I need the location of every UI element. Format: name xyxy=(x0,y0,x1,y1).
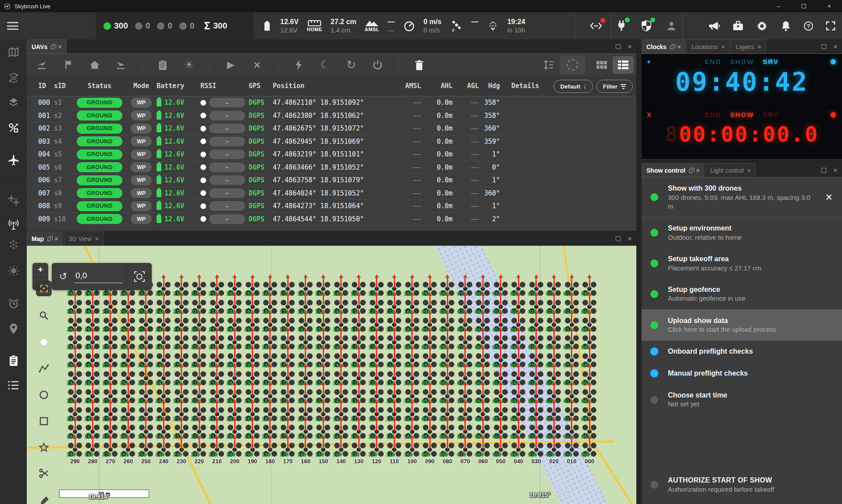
server-clock[interactable]: + END SHOW SRV 09:40:42 xyxy=(642,54,842,106)
popout-icon[interactable] xyxy=(670,46,674,49)
zoom-tool[interactable] xyxy=(36,308,52,323)
close-tab-icon[interactable]: × xyxy=(757,43,761,50)
broadcast-megaphone-button[interactable] xyxy=(708,20,720,32)
show-step[interactable]: Setup takeoff areaPlacement accuracy ≤ 2… xyxy=(642,248,842,279)
flash-lights-button[interactable]: ☀ xyxy=(183,59,195,71)
rotation-input[interactable]: 0,0 xyxy=(75,270,123,283)
point-tool[interactable] xyxy=(36,334,52,350)
cut-tool[interactable] xyxy=(36,465,52,481)
panel-maximize-icon[interactable] xyxy=(821,44,826,49)
show-clock[interactable]: X END SHOW SRV 800:00:00.0 xyxy=(642,106,842,159)
sidebar-item-uav-swarm[interactable] xyxy=(0,188,27,211)
zoom-in-button[interactable]: + xyxy=(32,263,48,277)
sidebar-item-show-configuration[interactable] xyxy=(0,117,27,139)
maximize-button[interactable] xyxy=(791,0,817,12)
tab-light-control[interactable]: Light control × xyxy=(705,163,756,177)
sidebar-item-swarm-dots[interactable] xyxy=(0,233,27,256)
close-tab-icon[interactable]: × xyxy=(58,43,62,50)
table-row[interactable]: 007s8GROUNDWP12.6V–DGPS47.4864024° 18.91… xyxy=(27,187,636,200)
server-connection-button[interactable] xyxy=(616,20,627,32)
panel-maximize-icon[interactable] xyxy=(616,236,621,241)
position-hold-flag-button[interactable] xyxy=(63,60,74,70)
rotate-ccw-icon[interactable]: ↺ xyxy=(52,271,75,282)
show-step[interactable]: Choose start timeNot set yet xyxy=(642,384,842,415)
sidebar-item-map[interactable] xyxy=(0,41,27,64)
table-row[interactable]: 000s1GROUNDWP12.6V–DGPS47.4862110° 18.91… xyxy=(27,96,636,110)
grid-view-button[interactable] xyxy=(596,60,607,69)
sort-order-icon[interactable] xyxy=(543,59,554,71)
safety-shield-button[interactable] xyxy=(640,20,653,32)
close-tab-icon[interactable]: × xyxy=(95,235,99,242)
table-row[interactable]: 004s5GROUNDWP12.6V–DGPS47.4863219° 18.91… xyxy=(27,148,636,161)
help-button[interactable]: ? xyxy=(804,21,813,31)
fit-view-button[interactable] xyxy=(127,271,152,282)
sidebar-item-clocks[interactable] xyxy=(0,292,27,315)
settings-gear-button[interactable] xyxy=(756,20,768,32)
path-tool[interactable] xyxy=(36,361,52,376)
table-row[interactable]: 003s4GROUNDWP12.6V–DGPS47.4862945° 18.91… xyxy=(27,135,636,149)
popout-icon[interactable] xyxy=(47,238,51,241)
box-select-tool[interactable] xyxy=(36,280,52,296)
tab-locations[interactable]: Locations × xyxy=(687,39,730,53)
rectangle-tool[interactable] xyxy=(36,413,52,429)
star-tool[interactable] xyxy=(36,440,52,455)
fullscreen-button[interactable] xyxy=(825,21,836,31)
sidebar-item-layers[interactable] xyxy=(0,91,27,114)
popout-icon[interactable] xyxy=(51,46,54,49)
show-step[interactable]: Setup geofenceAutomatic geofence in use xyxy=(642,279,842,309)
sort-preset-button[interactable]: Default ↓ xyxy=(553,80,593,93)
rtk-code-button[interactable] xyxy=(589,20,603,32)
user-account-button[interactable] xyxy=(666,20,677,32)
land-button[interactable] xyxy=(115,60,127,70)
table-row[interactable]: 001s2GROUNDWP12.6V–DGPS47.4862380° 18.91… xyxy=(27,110,636,123)
show-step[interactable]: Show with 300 drones300 drones, 5:03, ma… xyxy=(642,177,842,217)
show-step[interactable]: Upload show dataClick here to start the … xyxy=(642,309,842,341)
sidebar-item-checklists[interactable] xyxy=(0,349,27,372)
sidebar-item-3d-view[interactable]: 3D xyxy=(0,67,27,89)
notifications-bell-button[interactable] xyxy=(780,20,792,32)
map-viewport[interactable]: 2992982972962952942932922912902902892882… xyxy=(27,246,636,504)
popout-icon[interactable] xyxy=(689,169,692,173)
arm-motors-button[interactable] xyxy=(293,59,304,71)
authorize-start-row[interactable]: AUTHORIZE START OF SHOW Authorization re… xyxy=(642,471,842,498)
power-off-button[interactable] xyxy=(372,60,383,70)
tab-clocks[interactable]: Clocks × xyxy=(642,39,686,53)
panel-close-icon[interactable]: × xyxy=(833,167,838,174)
sidebar-item-light-control[interactable] xyxy=(0,259,27,282)
tab-show-control[interactable]: Show control × xyxy=(642,163,704,177)
start-show-button[interactable]: ▶ xyxy=(225,59,236,71)
panel-close-icon[interactable]: × xyxy=(628,235,632,242)
preflight-checklist-button[interactable] xyxy=(157,60,168,71)
table-row[interactable]: 002s3GROUNDWP12.6V–DGPS47.4862675° 18.91… xyxy=(27,122,636,135)
close-tab-icon[interactable]: × xyxy=(54,235,58,242)
menu-button[interactable] xyxy=(7,21,18,31)
remove-uav-button[interactable] xyxy=(414,60,425,71)
tab-uavs[interactable]: UAVs × xyxy=(27,39,67,53)
show-step[interactable]: Onboard preflight checks xyxy=(642,341,842,362)
minimize-button[interactable]: – xyxy=(766,0,791,12)
tab-layers[interactable]: Layers × xyxy=(731,39,766,53)
abort-button[interactable]: × xyxy=(251,58,263,72)
panel-close-icon[interactable]: × xyxy=(628,43,632,50)
table-row[interactable]: 009s10GROUNDWP12.6V–DGPS47.4864544° 18.9… xyxy=(27,213,636,226)
sidebar-item-log[interactable] xyxy=(0,374,27,397)
panel-maximize-icon[interactable] xyxy=(616,44,621,49)
table-row[interactable]: 008s9GROUNDWP12.6V–DGPS47.4864273° 18.91… xyxy=(27,200,636,213)
close-icon[interactable]: × xyxy=(825,192,836,203)
table-row[interactable]: 006s7GROUNDWP12.6V–DGPS47.4863758° 18.91… xyxy=(27,174,636,187)
sidebar-item-uavs[interactable] xyxy=(0,149,27,171)
close-tab-icon[interactable]: × xyxy=(747,167,751,174)
edit-feature-tool[interactable] xyxy=(36,492,52,504)
tab-map[interactable]: Map × xyxy=(27,231,63,245)
list-view-button[interactable] xyxy=(613,56,634,74)
filter-button[interactable]: Filter xyxy=(596,80,633,93)
show-step[interactable]: Manual preflight checks xyxy=(642,362,842,384)
close-tab-icon[interactable]: × xyxy=(677,43,681,50)
circle-tool[interactable] xyxy=(36,387,52,403)
sleep-mode-button[interactable]: ☾ xyxy=(319,59,331,71)
show-step[interactable]: Setup environmentOutdoor, relative to ho… xyxy=(642,217,842,248)
close-tab-icon[interactable]: × xyxy=(721,43,725,50)
tab-3d-view[interactable]: 3D View × xyxy=(64,231,104,245)
takeoff-button[interactable] xyxy=(36,60,48,70)
close-tab-icon[interactable]: × xyxy=(696,167,700,174)
